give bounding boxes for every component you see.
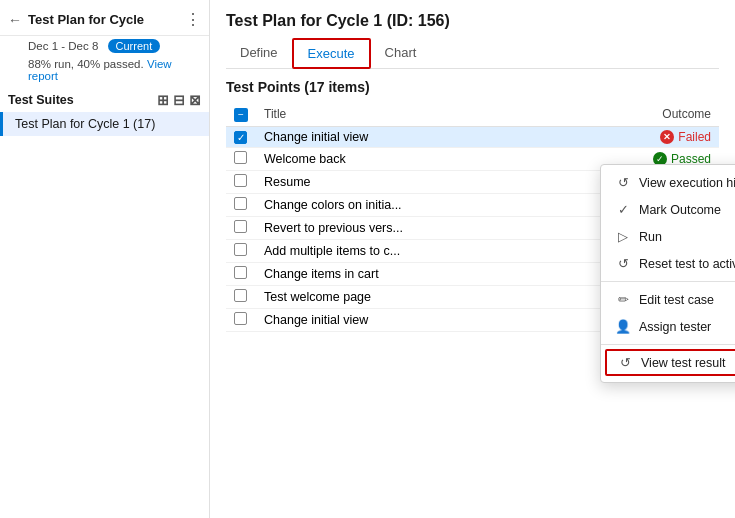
context-menu-item-1[interactable]: ✓Mark Outcome› xyxy=(601,196,735,223)
row-title: Resume xyxy=(256,170,543,193)
menu-item-icon: ↺ xyxy=(617,355,633,370)
row-checkbox[interactable] xyxy=(234,266,247,279)
row-title: Change colors on initia... xyxy=(256,193,543,216)
sidebar-header: ← Test Plan for Cycle ⋮ xyxy=(0,0,209,36)
context-menu-item-4[interactable]: ✏Edit test case xyxy=(601,286,735,313)
context-menu-item-3[interactable]: ↺Reset test to active xyxy=(601,250,735,277)
tab-chart[interactable]: Chart xyxy=(371,38,431,69)
menu-item-icon: ✓ xyxy=(615,202,631,217)
menu-item-label: Run xyxy=(639,230,662,244)
menu-item-label: Edit test case xyxy=(639,293,714,307)
context-menu-item-6[interactable]: ↺View test result xyxy=(605,349,735,376)
row-title: Test welcome page xyxy=(256,285,543,308)
menu-item-label: Assign tester xyxy=(639,320,711,334)
table-row[interactable]: ✓Change initial view✕Failed xyxy=(226,126,719,147)
menu-separator xyxy=(601,281,735,282)
menu-item-icon: ▷ xyxy=(615,229,631,244)
row-title: Add multiple items to c... xyxy=(256,239,543,262)
main-title: Test Plan for Cycle 1 (ID: 156) xyxy=(226,12,719,30)
suites-icons: ⊞ ⊟ ⊠ xyxy=(157,92,201,108)
row-title: Change initial view xyxy=(256,126,543,147)
row-title: Change initial view xyxy=(256,308,543,331)
main-header: Test Plan for Cycle 1 (ID: 156) Define E… xyxy=(210,0,735,69)
tab-define[interactable]: Define xyxy=(226,38,292,69)
outcome-label: Failed xyxy=(678,130,711,144)
menu-item-icon: ↺ xyxy=(615,256,631,271)
current-badge: Current xyxy=(108,39,161,53)
tab-execute[interactable]: Execute xyxy=(292,38,371,69)
suite-item[interactable]: Test Plan for Cycle 1 (17) xyxy=(0,112,209,136)
menu-item-label: View execution history xyxy=(639,176,735,190)
main-panel: Test Plan for Cycle 1 (ID: 156) Define E… xyxy=(210,0,735,518)
select-all-header[interactable]: − xyxy=(226,103,256,126)
menu-item-icon: ✏ xyxy=(615,292,631,307)
title-col-header: Title xyxy=(256,103,543,126)
row-checkbox[interactable] xyxy=(234,243,247,256)
outcome-col-header: Outcome xyxy=(543,103,719,126)
sidebar-title: Test Plan for Cycle xyxy=(28,12,179,27)
row-title: Welcome back xyxy=(256,147,543,170)
menu-item-icon: ↺ xyxy=(615,175,631,190)
row-checkbox[interactable] xyxy=(234,289,247,302)
row-checkbox[interactable] xyxy=(234,220,247,233)
sidebar: ← Test Plan for Cycle ⋮ Dec 1 - Dec 8 Cu… xyxy=(0,0,210,518)
row-checkbox[interactable] xyxy=(234,174,247,187)
menu-item-icon: 👤 xyxy=(615,319,631,334)
row-title: Change items in cart xyxy=(256,262,543,285)
row-title: Revert to previous vers... xyxy=(256,216,543,239)
main-body: Test Points (17 items) − Title Outcome ✓… xyxy=(210,69,735,518)
row-checkbox[interactable] xyxy=(234,151,247,164)
context-menu-item-2[interactable]: ▷Run› xyxy=(601,223,735,250)
suites-icon-3[interactable]: ⊠ xyxy=(189,92,201,108)
suites-header: Test Suites ⊞ ⊟ ⊠ xyxy=(0,84,209,112)
main-tabs: Define Execute Chart xyxy=(226,38,719,69)
suites-icon-1[interactable]: ⊞ xyxy=(157,92,169,108)
row-outcome: ✕Failed xyxy=(543,126,719,147)
context-menu-item-0[interactable]: ↺View execution history xyxy=(601,169,735,196)
back-button[interactable]: ← xyxy=(8,12,22,28)
more-button[interactable]: ⋮ xyxy=(185,10,201,29)
menu-item-label: Mark Outcome xyxy=(639,203,721,217)
row-checkbox[interactable]: ✓ xyxy=(234,131,247,144)
failed-icon: ✕ xyxy=(660,130,674,144)
select-all-checkbox[interactable]: − xyxy=(234,108,248,122)
sidebar-dates: Dec 1 - Dec 8 Current xyxy=(0,36,209,56)
context-menu-item-5[interactable]: 👤Assign tester› xyxy=(601,313,735,340)
menu-item-label: View test result xyxy=(641,356,726,370)
row-checkbox[interactable] xyxy=(234,197,247,210)
row-checkbox[interactable] xyxy=(234,312,247,325)
context-menu: ↺View execution history✓Mark Outcome›▷Ru… xyxy=(600,164,735,383)
sidebar-stats: 88% run, 40% passed. View report xyxy=(0,56,209,84)
menu-item-label: Reset test to active xyxy=(639,257,735,271)
suites-icon-2[interactable]: ⊟ xyxy=(173,92,185,108)
menu-separator xyxy=(601,344,735,345)
section-title: Test Points (17 items) xyxy=(226,79,719,95)
